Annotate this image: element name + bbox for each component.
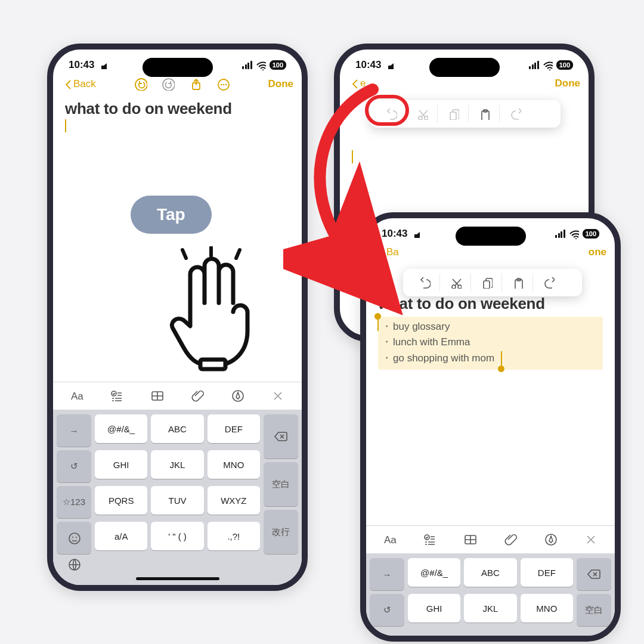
- key-enter[interactable]: 改行: [264, 510, 298, 554]
- svg-rect-21: [200, 360, 225, 369]
- key-sym[interactable]: @#/&_: [408, 558, 460, 587]
- key-space[interactable]: 空白: [264, 462, 298, 506]
- key-star123[interactable]: ☆123: [57, 486, 91, 518]
- key-jkl[interactable]: JKL: [151, 450, 203, 479]
- mute-icon: [99, 60, 108, 69]
- three-finger-tap-icon: [163, 246, 259, 371]
- cut-action[interactable]: [440, 274, 471, 292]
- key-abc[interactable]: ABC: [151, 414, 203, 443]
- battery-indicator: 100: [270, 60, 286, 70]
- home-indicator[interactable]: [136, 577, 219, 580]
- done-button[interactable]: one: [589, 246, 606, 258]
- key-punct[interactable]: .,?!: [208, 522, 260, 550]
- keyboard: → ↺ ☆123 @#/&_ ABC DEF GHI JKL MNO: [53, 410, 302, 585]
- back-label: Back: [73, 78, 96, 90]
- status-time: 10:43: [355, 59, 381, 70]
- key-jkl[interactable]: JKL: [464, 594, 516, 623]
- done-button[interactable]: Done: [555, 78, 581, 89]
- redo-action[interactable]: [500, 105, 531, 123]
- copy-action[interactable]: [471, 274, 502, 292]
- key-emoji[interactable]: [57, 522, 91, 554]
- paste-action[interactable]: [469, 105, 500, 123]
- close-keyboard-button[interactable]: [583, 532, 599, 547]
- keyboard: → ↺ @#/&_ ABC DEF GHI JKL MNO: [366, 553, 615, 636]
- wifi-icon: [569, 229, 579, 239]
- signal-icon: [555, 230, 565, 238]
- signal-icon: [529, 61, 539, 69]
- markup-button[interactable]: [230, 388, 246, 404]
- table-button[interactable]: [150, 388, 165, 404]
- key-quote[interactable]: ' " ( ): [151, 522, 203, 550]
- key-undo[interactable]: ↺: [370, 594, 404, 626]
- key-mno[interactable]: MNO: [208, 450, 260, 479]
- key-tuv[interactable]: TUV: [151, 486, 203, 515]
- copy-action[interactable]: [438, 105, 469, 123]
- signal-icon: [242, 61, 252, 69]
- key-tab[interactable]: →: [370, 558, 404, 590]
- battery-indicator: 100: [556, 60, 573, 70]
- key-abc[interactable]: ABC: [464, 558, 516, 587]
- flow-arrow: [283, 78, 414, 328]
- key-def[interactable]: DEF: [208, 414, 260, 443]
- text-format-button[interactable]: [69, 388, 85, 404]
- battery-indicator: 100: [583, 229, 599, 239]
- key-aA[interactable]: a/A: [95, 522, 147, 550]
- key-def[interactable]: DEF: [521, 558, 573, 587]
- key-ghi[interactable]: GHI: [408, 594, 460, 623]
- format-bar: [53, 382, 302, 410]
- wifi-icon: [256, 60, 266, 70]
- key-tab[interactable]: →: [57, 414, 91, 447]
- more-button[interactable]: [216, 77, 230, 91]
- attachment-button[interactable]: [190, 388, 205, 404]
- key-sym[interactable]: @#/&_: [95, 414, 147, 443]
- key-delete[interactable]: [264, 414, 298, 459]
- checklist-button[interactable]: [422, 532, 438, 547]
- key-undo[interactable]: ↺: [57, 450, 91, 482]
- key-pqrs[interactable]: PQRS: [95, 486, 147, 515]
- wifi-icon: [543, 60, 553, 70]
- key-mno[interactable]: MNO: [521, 594, 573, 623]
- key-ghi[interactable]: GHI: [95, 450, 147, 479]
- attachment-button[interactable]: [503, 532, 518, 547]
- list-item: go shopping with mom: [382, 352, 494, 364]
- note-title[interactable]: what to do on weekend: [53, 96, 302, 119]
- redo-action[interactable]: [533, 274, 564, 292]
- key-space[interactable]: 空白: [577, 594, 611, 626]
- dynamic-island: [429, 58, 500, 77]
- list-item: lunch with Emma: [382, 335, 599, 350]
- key-wxyz[interactable]: WXYZ: [208, 486, 260, 515]
- status-time: 10:43: [69, 59, 94, 70]
- checklist-button[interactable]: [109, 388, 125, 404]
- paste-action[interactable]: [502, 274, 533, 292]
- undo-button[interactable]: [134, 77, 148, 91]
- globe-button[interactable]: [67, 558, 83, 575]
- dynamic-island: [456, 227, 526, 246]
- text-cursor: [65, 119, 66, 132]
- back-button[interactable]: Back: [61, 78, 96, 91]
- tap-callout: Tap: [131, 196, 212, 234]
- markup-button[interactable]: [543, 532, 559, 547]
- format-bar: [366, 525, 615, 553]
- text-format-button[interactable]: [382, 532, 398, 547]
- chevron-left-icon: [61, 78, 72, 91]
- edit-toolbar: [403, 269, 582, 296]
- share-button[interactable]: [188, 77, 203, 91]
- dynamic-island: [143, 58, 213, 77]
- redo-button[interactable]: [161, 77, 175, 91]
- key-delete[interactable]: [577, 558, 611, 590]
- phone-left: 10:43 100 Back Done what to do on weeken…: [47, 44, 308, 591]
- close-keyboard-button[interactable]: [270, 388, 286, 404]
- table-button[interactable]: [463, 532, 478, 547]
- mute-icon: [386, 60, 395, 69]
